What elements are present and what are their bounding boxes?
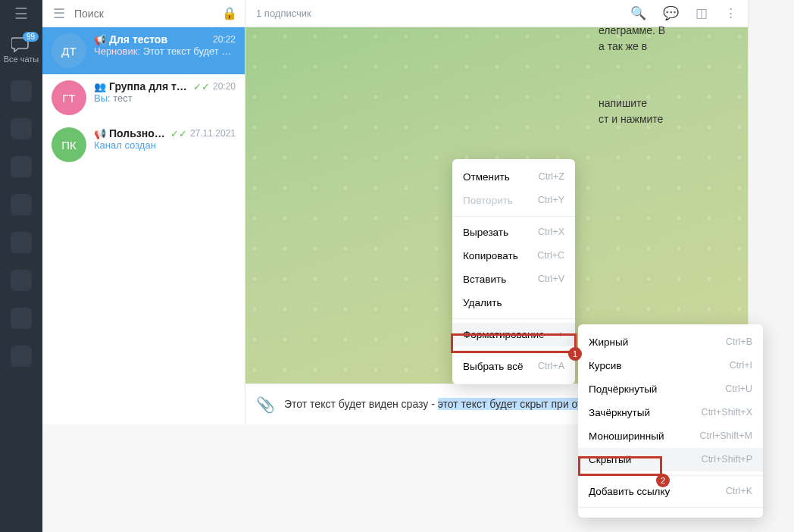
chat-name: Группа для те… [109,80,190,92]
chat-item[interactable]: ГТ 👥 Группа для те… ✓✓ 20:20 Вы: тест [42,74,245,121]
ctx-cut[interactable]: ВырезатьCtrl+X [452,221,575,244]
ctx-copy[interactable]: КопироватьCtrl+C [452,244,575,268]
unread-badge: 99 [23,32,39,42]
rail-all-chats[interactable]: 99 Все чаты [4,36,39,64]
ctx-add-link[interactable]: Добавить ссылкуCtrl+K [578,480,763,503]
annotation-highlight-1 [451,333,577,353]
annotation-badge-2: 2 [656,474,670,487]
chat-item-active[interactable]: ДТ 📢 Для тестов 20:22 Черновик: Этот тек… [42,27,245,74]
separator [452,216,575,217]
read-checks-icon: ✓✓ [193,81,210,92]
ctx-undo[interactable]: ОтменитьCtrl+Z [452,165,575,189]
search-row: ☰ 🔒 [42,0,245,27]
ctx-italic[interactable]: КурсивCtrl+I [578,354,763,377]
chat-name: Для тестов [109,33,210,45]
channel-icon: 📢 [94,34,106,45]
group-icon: 👥 [94,81,106,92]
lock-icon[interactable]: 🔒 [222,6,237,20]
subscribers-label: 1 подписчик [256,8,630,19]
channel-icon: 📢 [94,128,106,139]
annotation-highlight-2 [578,456,662,476]
rail-slot[interactable] [11,156,32,177]
separator [452,318,575,319]
annotation-badge-1: 1 [568,347,582,361]
ctx-underline[interactable]: ПодчёркнутыйCtrl+U [578,377,763,401]
rail-slot[interactable] [11,346,32,367]
more-icon[interactable]: ⋮ [724,5,737,21]
rail-slot[interactable] [11,118,32,139]
read-checks-icon: ✓✓ [170,128,187,139]
context-menu-formatting: ЖирныйCtrl+B КурсивCtrl+I ПодчёркнутыйCt… [578,324,763,518]
avatar: ДТ [52,33,86,68]
app-rail: ☰ 99 Все чаты [0,0,42,532]
search-icon[interactable]: 🔍 [630,5,646,21]
avatar: ПК [52,127,86,162]
chat-time: 20:22 [213,34,236,45]
sidepanel-icon[interactable]: ◫ [696,5,708,21]
rail-slot[interactable] [11,194,32,215]
ctx-monospace[interactable]: МоноширинныйCtrl+Shift+M [578,424,763,448]
ctx-paste[interactable]: ВставитьCtrl+V [452,268,575,291]
ctx-redo: ПовторитьCtrl+Y [452,189,575,212]
separator [578,507,763,508]
ctx-delete[interactable]: Удалить [452,291,575,315]
rail-menu-icon[interactable]: ☰ [0,0,42,27]
attach-icon[interactable]: 📎 [256,396,275,414]
chat-list-panel: ☰ 🔒 ДТ 📢 Для тестов 20:22 Черновик: Этот… [42,0,245,424]
chat-time: 27.11.2021 [190,128,236,139]
avatar: ГТ [52,80,86,115]
chat-preview: Вы: тест [94,92,236,104]
chat-time: 20:20 [213,81,236,92]
chat-name: Пользно… [109,127,167,139]
chat-preview: Канал создан [94,139,236,151]
rail-slot[interactable] [11,270,32,291]
ctx-bold[interactable]: ЖирныйCtrl+B [578,330,763,354]
rail-all-chats-label: Все чаты [4,55,39,64]
rail-slot[interactable] [11,80,32,102]
chat-preview: Черновик: Этот текст будет … [94,45,236,57]
ctx-select-all[interactable]: Выбрать всёCtrl+A [452,355,575,378]
chat-item[interactable]: ПК 📢 Пользно… ✓✓ 27.11.2021 Канал создан [42,121,245,168]
ctx-strikethrough[interactable]: ЗачёркнутыйCtrl+Shift+X [578,401,763,424]
menu-icon[interactable]: ☰ [50,5,68,22]
rail-slot[interactable] [11,308,32,329]
search-input[interactable] [74,8,213,20]
comments-icon[interactable]: 💬 [663,5,679,21]
rail-slot[interactable] [11,232,32,253]
background-article-text: елеграмме. В а так же в напишите ст и на… [599,23,750,127]
